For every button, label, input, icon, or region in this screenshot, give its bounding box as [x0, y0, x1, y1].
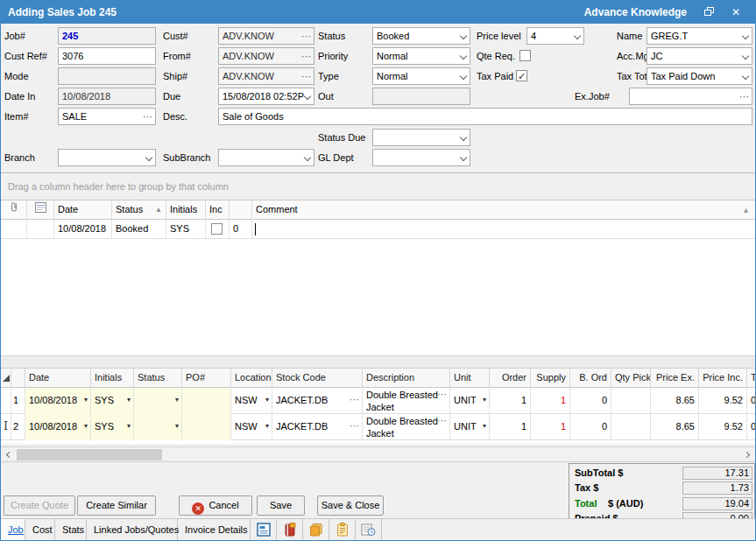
ellipsis-button[interactable]: [350, 414, 359, 437]
ellipsis-button[interactable]: [301, 48, 312, 64]
column-header-initials[interactable]: Initials: [166, 200, 206, 220]
ellipsis-button[interactable]: [301, 28, 312, 44]
col-po[interactable]: PO#: [182, 369, 231, 388]
splitter-bar[interactable]: [1, 355, 755, 369]
col-status[interactable]: Status: [134, 369, 182, 388]
dropdown-icon[interactable]: [483, 388, 486, 412]
col-unit[interactable]: Unit: [450, 369, 490, 388]
column-header-date[interactable]: Date: [54, 200, 112, 220]
order-cell[interactable]: 1: [490, 388, 531, 414]
ellipsis-button[interactable]: [437, 414, 447, 426]
line-item-row[interactable]: I 2 10/08/2018 SYS NSW JACKET.DB Double …: [1, 414, 755, 440]
price-ex-cell[interactable]: 8.65: [651, 414, 699, 440]
dropdown-icon[interactable]: [127, 414, 131, 439]
horizontal-scrollbar[interactable]: [1, 446, 755, 462]
ellipsis-button[interactable]: [437, 388, 447, 400]
qty-pick-cell[interactable]: [611, 388, 651, 414]
branch-select[interactable]: [58, 149, 156, 166]
ship-field[interactable]: ADV.KNOW: [218, 67, 314, 85]
col-order[interactable]: Order: [490, 369, 531, 388]
tab-job[interactable]: Job: [1, 519, 25, 541]
tab-copy-documents[interactable]: [303, 519, 329, 541]
dropdown-icon[interactable]: [127, 388, 131, 412]
scroll-right-icon[interactable]: [740, 447, 755, 462]
accmgr-select[interactable]: JC: [646, 47, 752, 65]
unit-cell[interactable]: UNIT: [450, 388, 490, 414]
supply-cell[interactable]: 1: [531, 388, 570, 414]
col-location[interactable]: Location: [231, 369, 272, 388]
tax-cell[interactable]: 0.87: [747, 388, 755, 414]
priority-select[interactable]: Normal: [372, 47, 470, 65]
col-stock-code[interactable]: Stock Code: [272, 369, 363, 388]
tab-linked-jobs-quotes[interactable]: Linked Jobs/Quotes: [87, 519, 178, 541]
qty-pick-cell[interactable]: [611, 414, 651, 440]
tab-invoice-details[interactable]: Invoice Details: [178, 519, 251, 541]
tab-contacts-book[interactable]: [277, 519, 303, 541]
tab-stats[interactable]: Stats: [55, 519, 87, 541]
scroll-left-icon[interactable]: [1, 447, 16, 462]
custref-field[interactable]: 3076: [58, 47, 156, 65]
location-cell[interactable]: NSW: [231, 388, 272, 414]
tax-cell[interactable]: 0.87: [747, 414, 755, 440]
cust-field[interactable]: ADV.KNOW: [218, 27, 314, 45]
dropdown-icon[interactable]: [175, 388, 179, 412]
tab-history[interactable]: [356, 519, 382, 541]
initials-cell[interactable]: SYS: [166, 220, 206, 239]
initials-cell[interactable]: SYS: [91, 388, 134, 414]
col-initials[interactable]: Initials: [91, 369, 134, 388]
due-select[interactable]: 15/08/2018 02:52P: [218, 88, 314, 105]
save-button[interactable]: Save: [257, 495, 305, 516]
col-supply[interactable]: Supply: [531, 369, 570, 388]
price-level-select[interactable]: 4: [526, 27, 584, 45]
ellipsis-button[interactable]: [301, 68, 312, 84]
b-ord-cell[interactable]: 0: [570, 414, 611, 440]
dropdown-icon[interactable]: [175, 414, 179, 439]
tax-total-select[interactable]: Tax Paid Down: [646, 67, 752, 85]
line-item-row[interactable]: 1 10/08/2018 SYS NSW JACKET.DB Double Br…: [1, 388, 755, 414]
dropdown-icon[interactable]: [84, 414, 88, 439]
tab-clipboard[interactable]: [329, 519, 356, 541]
stock-code-cell[interactable]: JACKET.DB: [272, 388, 363, 414]
gl-dept-select[interactable]: [372, 149, 470, 166]
qte-req-checkbox[interactable]: [519, 50, 531, 61]
col-tax[interactable]: Tax: [747, 369, 755, 388]
po-cell[interactable]: [182, 414, 231, 440]
column-header-comment[interactable]: Comment: [252, 200, 739, 220]
from-field[interactable]: ADV.KNOW: [218, 47, 314, 65]
date-cell[interactable]: 10/08/2018: [25, 414, 91, 440]
save-close-button[interactable]: Save & Close: [317, 495, 384, 516]
date-cell[interactable]: 10/08/2018: [54, 220, 112, 239]
exjob-field[interactable]: [629, 88, 752, 105]
order-cell[interactable]: 1: [490, 414, 531, 440]
unit-cell[interactable]: UNIT: [450, 414, 490, 440]
tab-invoice-report[interactable]: [251, 519, 277, 541]
dropdown-icon[interactable]: [265, 388, 269, 412]
status-cell[interactable]: [134, 388, 182, 414]
po-cell[interactable]: [182, 388, 231, 414]
col-date[interactable]: Date: [25, 369, 91, 388]
price-ex-cell[interactable]: 8.65: [651, 388, 699, 414]
dropdown-icon[interactable]: [483, 414, 486, 439]
scroll-up-icon[interactable]: ▲: [742, 200, 750, 220]
b-ord-cell[interactable]: 0: [570, 388, 611, 414]
dropdown-icon[interactable]: [265, 414, 269, 439]
column-header-count[interactable]: [230, 200, 252, 220]
inc-checkbox[interactable]: [211, 223, 223, 235]
create-similar-button[interactable]: Create Similar: [77, 495, 156, 516]
dropdown-icon[interactable]: [84, 388, 88, 412]
price-inc-cell[interactable]: 9.52: [699, 388, 747, 414]
item-field[interactable]: SALE: [58, 108, 156, 125]
initials-cell[interactable]: SYS: [91, 414, 134, 440]
cancel-button[interactable]: ✕Cancel: [179, 495, 252, 516]
description-cell[interactable]: Double Breasted Jacket: [363, 388, 450, 414]
status-cell[interactable]: Booked: [112, 220, 166, 239]
location-cell[interactable]: NSW: [231, 414, 272, 440]
column-header-inc[interactable]: Inc: [206, 200, 230, 220]
notes-column-header[interactable]: [27, 200, 54, 220]
col-description[interactable]: Description: [363, 369, 450, 388]
status-due-select[interactable]: [372, 129, 470, 146]
status-cell[interactable]: [134, 414, 182, 440]
type-select[interactable]: Normal: [372, 67, 470, 85]
col-b-ord[interactable]: B. Ord: [570, 369, 611, 388]
col-price-ex[interactable]: Price Ex.: [651, 369, 699, 388]
